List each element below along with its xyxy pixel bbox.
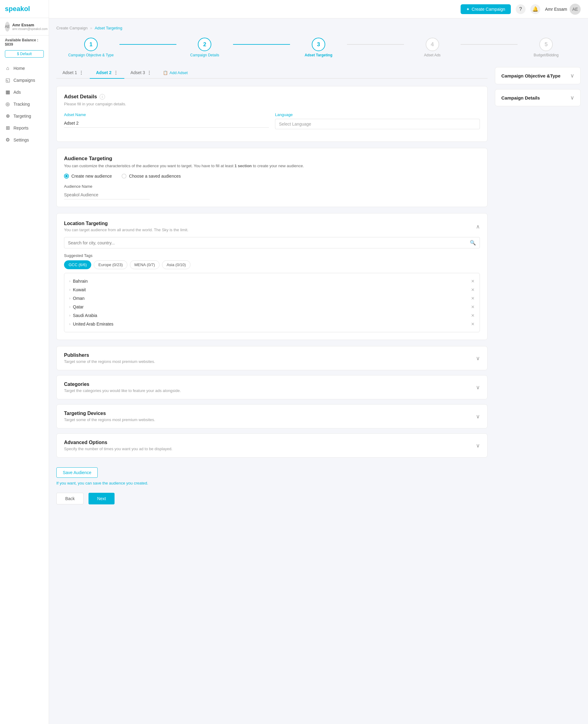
saudi-expand-icon[interactable]: › xyxy=(69,313,70,318)
suggested-tags-label: Suggested Tags xyxy=(64,253,480,258)
saudi-remove-icon[interactable]: ✕ xyxy=(471,313,475,318)
publishers-header[interactable]: Publishers Target some of the regions mo… xyxy=(64,353,480,364)
location-qatar: Qatar xyxy=(73,304,84,309)
save-audience-button[interactable]: Save Audience xyxy=(56,467,98,478)
audience-name-input[interactable] xyxy=(64,191,150,199)
sidebar-item-reports[interactable]: ⊞ Reports xyxy=(0,122,49,134)
sidebar-logo: speakol xyxy=(0,0,49,18)
bahrain-expand-icon[interactable]: › xyxy=(69,279,70,283)
bahrain-remove-icon[interactable]: ✕ xyxy=(471,279,475,283)
audience-radio-group: Create new audience Choose a saved audie… xyxy=(64,174,480,178)
ads-icon: ▦ xyxy=(5,89,10,95)
location-targeting-card: Location Targeting You can target audien… xyxy=(56,213,487,340)
breadcrumb: Create Campaign » Adset Targeting xyxy=(56,26,581,30)
create-campaign-button[interactable]: ✦ Create Campaign xyxy=(461,4,511,14)
step-label-3: Adset Targeting xyxy=(305,53,332,57)
sidebar-user-name: Amr Essam xyxy=(12,23,47,27)
adset-tab-3[interactable]: Adset 3 xyxy=(124,67,158,79)
notification-icon[interactable]: 🔔 xyxy=(530,4,540,14)
side-card-campaign-details: Campaign Details ∨ xyxy=(495,89,581,106)
adset-2-options-icon[interactable] xyxy=(113,70,118,75)
step-label-1: Campaign Objective & Type xyxy=(68,53,114,57)
location-targeting-header[interactable]: Location Targeting You can target audien… xyxy=(64,221,480,232)
categories-subtitle: Target the categories you would like to … xyxy=(64,388,181,393)
sidebar-item-tracking[interactable]: ◎ Tracking xyxy=(0,98,49,110)
tag-mena[interactable]: MENA (0/7) xyxy=(130,260,160,269)
targeting-devices-header[interactable]: Targeting Devices Target some of the reg… xyxy=(64,411,480,422)
next-button[interactable]: Next xyxy=(88,493,114,505)
targeting-icon: ⊕ xyxy=(5,113,10,119)
sidebar-item-settings[interactable]: ⚙ Settings xyxy=(0,134,49,146)
sidebar-item-home[interactable]: ⌂ Home xyxy=(0,62,49,74)
default-button[interactable]: $ Default xyxy=(5,50,44,58)
connector-4-5 xyxy=(461,44,518,45)
kuwait-expand-icon[interactable]: › xyxy=(69,288,70,292)
qatar-expand-icon[interactable]: › xyxy=(69,305,70,309)
sidebar-user-info: Amr Essam amr.essam@speakol.com xyxy=(12,23,47,30)
location-targeting-title: Location Targeting xyxy=(64,221,188,226)
content-grid: Adset 1 Adset 2 Adset 3 xyxy=(56,67,581,505)
publishers-card: Publishers Target some of the regions mo… xyxy=(56,346,487,370)
header-user-avatar: AE xyxy=(570,4,581,15)
advanced-options-subtitle: Specify the number of times you want you… xyxy=(64,447,172,451)
advanced-options-header[interactable]: Advanced Options Specify the number of t… xyxy=(64,440,480,451)
kuwait-remove-icon[interactable]: ✕ xyxy=(471,287,475,292)
settings-icon: ⚙ xyxy=(5,137,10,143)
adset-details-info-icon[interactable]: i xyxy=(100,94,105,100)
side-card-campaign-objective: Campaign Objective &Type ∨ xyxy=(495,67,581,84)
locations-list: › Bahrain ✕ › Kuwait ✕ › Oma xyxy=(64,273,480,332)
tag-asia[interactable]: Asia (0/10) xyxy=(162,260,190,269)
suggested-tags: Suggested Tags GCC (6/6) Europe (0/23) M… xyxy=(64,253,480,269)
tags-list: GCC (6/6) Europe (0/23) MENA (0/7) Asia … xyxy=(64,260,480,269)
side-card-campaign-objective-header[interactable]: Campaign Objective &Type ∨ xyxy=(495,67,580,84)
location-search-icon: 🔍 xyxy=(470,240,476,246)
create-new-radio[interactable] xyxy=(64,174,69,178)
adset-3-options-icon[interactable] xyxy=(147,70,152,75)
adset-1-options-icon[interactable] xyxy=(79,70,84,75)
breadcrumb-separator: » xyxy=(90,26,92,30)
side-panel: Campaign Objective &Type ∨ Campaign Deta… xyxy=(495,67,581,505)
sidebar-user: AE Amr Essam amr.essam@speakol.com xyxy=(0,18,49,36)
advanced-options-title: Advanced Options xyxy=(64,440,172,445)
step-label-5: Budget/Bidding xyxy=(533,53,558,57)
save-audience-hint: If you want, you can save the audience y… xyxy=(56,481,487,485)
oman-remove-icon[interactable]: ✕ xyxy=(471,296,475,301)
header-user-info[interactable]: Amr Essam AE xyxy=(545,4,581,15)
choose-saved-audience-option[interactable]: Choose a saved audiences xyxy=(122,174,181,178)
back-button[interactable]: Back xyxy=(56,493,84,505)
location-search-input[interactable] xyxy=(68,240,467,245)
create-new-audience-option[interactable]: Create new audience xyxy=(64,174,112,178)
categories-header[interactable]: Categories Target the categories you wou… xyxy=(64,382,480,393)
audience-targeting-card: Audience Targeting You can customize the… xyxy=(56,148,487,207)
step-circle-1: 1 xyxy=(84,38,98,51)
help-icon[interactable]: ? xyxy=(516,4,526,14)
oman-expand-icon[interactable]: › xyxy=(69,296,70,300)
qatar-remove-icon[interactable]: ✕ xyxy=(471,304,475,309)
publishers-chevron-down-icon: ∨ xyxy=(476,355,480,362)
adset-tab-2[interactable]: Adset 2 xyxy=(90,67,124,79)
connector-2-3 xyxy=(233,44,290,45)
uae-remove-icon[interactable]: ✕ xyxy=(471,322,475,326)
publishers-title: Publishers xyxy=(64,353,155,358)
logo-text: speakol xyxy=(5,5,30,13)
language-label: Language xyxy=(275,112,480,117)
location-search: 🔍 xyxy=(64,237,480,248)
choose-saved-radio[interactable] xyxy=(122,174,126,178)
adset-tab-1[interactable]: Adset 1 xyxy=(56,67,90,79)
step-circle-4: 4 xyxy=(426,38,439,51)
add-adset-button[interactable]: 📋 Add Adset xyxy=(158,67,193,78)
breadcrumb-parent: Create Campaign xyxy=(56,26,88,30)
step-circle-5: 5 xyxy=(539,38,553,51)
tag-europe[interactable]: Europe (0/23) xyxy=(94,260,127,269)
adset-name-input[interactable] xyxy=(64,119,269,128)
sidebar: speakol AE Amr Essam amr.essam@speakol.c… xyxy=(0,0,49,724)
uae-expand-icon[interactable]: › xyxy=(69,322,70,326)
side-card-campaign-details-header[interactable]: Campaign Details ∨ xyxy=(495,89,580,106)
sidebar-item-campaigns[interactable]: ◱ Campaigns xyxy=(0,74,49,86)
sidebar-item-ads[interactable]: ▦ Ads xyxy=(0,86,49,98)
tag-gcc[interactable]: GCC (6/6) xyxy=(64,260,91,269)
language-select[interactable]: Select Language xyxy=(275,119,480,129)
location-saudi-arabia: Saudi Arabia xyxy=(73,313,97,318)
sidebar-item-targeting[interactable]: ⊕ Targeting xyxy=(0,110,49,122)
list-item: › United Arab Emirates ✕ xyxy=(69,320,475,328)
